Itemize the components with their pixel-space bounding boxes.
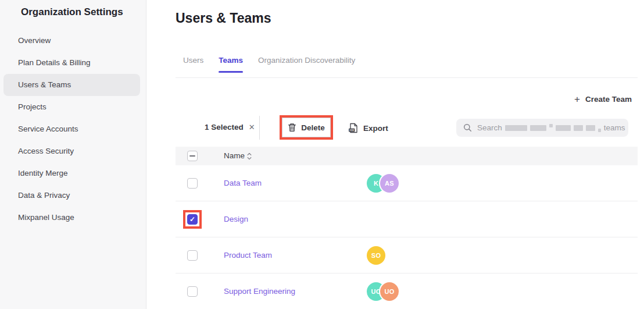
row-checkbox[interactable] [187,178,198,189]
sidebar-nav: OverviewPlan Details & BillingUsers & Te… [0,30,146,229]
team-name-link[interactable]: Support Engineering [224,287,295,296]
row-checkbox[interactable] [187,214,198,225]
tab-teams[interactable]: Teams [219,56,243,65]
sidebar-item-users-teams[interactable]: Users & Teams [3,74,140,96]
column-header-name[interactable]: Name [224,151,245,160]
table-header: Name [176,147,638,165]
search-placeholder: Search teams [477,123,625,132]
sidebar: Organization Settings OverviewPlan Detai… [0,0,146,309]
select-all-checkbox[interactable] [187,151,198,161]
selection-status: 1 Selected ✕ [205,123,255,132]
redacted-text [574,125,583,131]
delete-button[interactable]: Delete [282,118,331,137]
table-row: Product TeamSO [176,237,638,274]
avatar: UO [380,282,399,301]
close-icon[interactable]: ✕ [249,123,255,132]
table-row: Data TeamKAS [176,165,638,201]
tab-bar: UsersTeamsOrganization Discoverability [183,56,355,65]
search-input[interactable]: Search teams [456,119,628,137]
table-row: Design [176,201,638,237]
delete-label: Delete [301,123,325,132]
redacted-text [505,125,527,131]
svg-text:csv: csv [349,129,354,132]
selected-count-label: 1 Selected [205,123,244,132]
team-name-link[interactable]: Data Team [224,179,262,187]
row-checkbox[interactable] [187,286,198,297]
member-avatars: KAS [367,174,399,193]
page-title: Users & Teams [176,10,271,26]
team-name-link[interactable]: Product Team [224,251,272,260]
annotation-box-checkbox [183,210,202,229]
sidebar-item-mixpanel-usage[interactable]: Mixpanel Usage [0,207,146,229]
sidebar-item-access-security[interactable]: Access Security [0,140,146,162]
member-avatars: SO [367,246,385,265]
tabs-divider [176,77,638,78]
redacted-text [586,125,595,131]
export-button[interactable]: csv Export [348,119,388,137]
table-row: Support EngineeringUOUO [176,274,638,309]
avatar: SO [367,246,385,265]
search-icon [463,123,472,132]
csv-file-icon: csv [348,123,358,133]
sidebar-title: Organization Settings [21,6,123,18]
sidebar-item-identity-merge[interactable]: Identity Merge [0,162,146,184]
create-team-label: Create Team [585,95,632,104]
redacted-text [530,125,546,131]
create-team-button[interactable]: + Create Team [574,95,632,104]
sidebar-item-data-privacy[interactable]: Data & Privacy [0,184,146,207]
redacted-text [549,124,553,127]
search-placeholder-suffix: teams [604,123,625,132]
row-checkbox[interactable] [187,250,198,261]
sort-updown-icon [247,152,252,162]
trash-icon [288,123,296,132]
table-body: Data TeamKASDesignProduct TeamSOSupport … [176,165,638,309]
sidebar-item-plan-details-billing[interactable]: Plan Details & Billing [0,52,146,74]
redacted-text [598,129,601,132]
redacted-text [556,125,571,131]
toolbar-divider [259,116,260,140]
team-name-link[interactable]: Design [224,215,248,223]
sidebar-item-overview[interactable]: Overview [0,30,146,52]
sidebar-item-service-accounts[interactable]: Service Accounts [0,118,146,140]
annotation-box-delete: Delete [280,115,333,140]
avatar: AS [380,174,399,193]
plus-icon: + [574,95,580,104]
search-placeholder-prefix: Search [477,123,502,132]
export-label: Export [363,124,388,133]
tab-organization-discoverability[interactable]: Organization Discoverability [258,56,355,65]
tab-users[interactable]: Users [183,56,203,65]
member-avatars: UOUO [367,282,399,301]
sidebar-item-projects[interactable]: Projects [0,96,146,118]
